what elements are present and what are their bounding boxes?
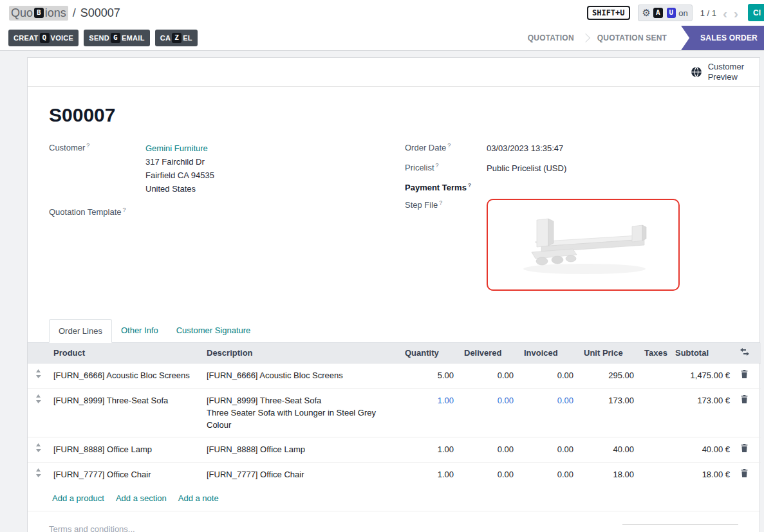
table-row: [FURN_6666] Acoustic Bloc Screens [FURN_…	[28, 363, 761, 389]
delete-row-icon[interactable]	[740, 443, 749, 456]
cell-description[interactable]: [FURN_7777] Office Chair	[201, 463, 400, 488]
action-menu-button[interactable]: ⚙ A U on	[638, 5, 693, 21]
help-icon: ?	[123, 206, 126, 213]
cell-invoiced[interactable]: 0.00	[519, 463, 579, 488]
customer-preview-button[interactable]: Customer Preview	[691, 62, 744, 82]
customer-address-line: Fairfield CA 94535	[145, 169, 214, 182]
field-quotation-template: Quotation Template?	[49, 206, 405, 217]
field-customer: Customer? Gemini Furniture 317 Fairchild…	[49, 142, 405, 196]
cell-quantity[interactable]: 1.00	[400, 437, 459, 463]
col-taxes[interactable]: Taxes	[639, 343, 670, 363]
table-row: [FURN_8888] Office Lamp [FURN_8888] Offi…	[28, 437, 761, 463]
pricelist-value[interactable]: Public Pricelist (USD)	[487, 161, 566, 175]
add-product-link[interactable]: Add a product	[52, 493, 104, 503]
breadcrumb-quotations[interactable]: QuoBions	[9, 6, 68, 21]
stage-quotation[interactable]: QUOTATION	[517, 26, 584, 50]
cell-taxes[interactable]	[639, 389, 670, 437]
breadcrumb-quotations-pre: Quo	[11, 6, 33, 20]
customer-link[interactable]: Gemini Furniture	[145, 142, 214, 155]
customer-value: Gemini Furniture 317 Fairchild Dr Fairfi…	[145, 142, 214, 196]
col-delivered[interactable]: Delivered	[459, 343, 519, 363]
cell-quantity[interactable]: 1.00	[400, 389, 459, 437]
cell-product[interactable]: [FURN_8888] Office Lamp	[48, 437, 201, 463]
field-payment-terms: Payment Terms?	[405, 181, 738, 192]
cell-delivered[interactable]: 0.00	[459, 437, 519, 463]
cell-unit-price[interactable]: 18.00	[579, 463, 639, 488]
create-invoice-label-pre: CREAT	[14, 34, 39, 42]
pager-prev-icon[interactable]: ‹	[723, 6, 727, 20]
delete-row-icon[interactable]	[740, 468, 749, 481]
cell-description[interactable]: [FURN_8999] Three-Seat Sofa Three Seater…	[201, 389, 400, 437]
delete-row-icon[interactable]	[740, 369, 749, 382]
page-title[interactable]: S00007	[49, 104, 738, 126]
cell-invoiced[interactable]: 0.00	[519, 437, 579, 463]
cell-invoiced[interactable]: 0.00	[519, 389, 579, 437]
cell-product[interactable]: [FURN_8999] Three-Seat Sofa	[48, 389, 201, 437]
create-invoice-button[interactable]: CREAT Q VOICE	[8, 30, 79, 46]
gear-icon: ⚙	[642, 7, 651, 19]
tab-other-info[interactable]: Other Info	[112, 319, 167, 342]
drag-handle-icon[interactable]	[35, 394, 41, 407]
pager-next-icon[interactable]: ›	[734, 6, 738, 20]
customer-label: Customer?	[49, 142, 145, 152]
cell-quantity[interactable]: 1.00	[400, 463, 459, 488]
cell-product[interactable]: [FURN_7777] Office Chair	[48, 463, 201, 488]
cell-delivered[interactable]: 0.00	[459, 389, 519, 437]
cell-unit-price[interactable]: 40.00	[579, 437, 639, 463]
terms-placeholder[interactable]: Terms and conditions...	[49, 524, 135, 532]
tab-customer-signature[interactable]: Customer Signature	[167, 319, 260, 342]
delete-row-icon[interactable]	[740, 394, 749, 407]
cancel-button[interactable]: CA Z EL	[155, 30, 198, 46]
col-quantity[interactable]: Quantity	[400, 343, 459, 363]
globe-icon	[691, 66, 702, 78]
col-product[interactable]: Product	[48, 343, 201, 363]
status-bar: QUOTATION QUOTATION SENT SALES ORDER	[517, 26, 764, 50]
cell-invoiced[interactable]: 0.00	[519, 363, 579, 389]
form-sheet: Customer Preview S00007 Customer? Gemini…	[27, 57, 760, 532]
cell-unit-price[interactable]: 173.00	[579, 389, 639, 437]
corner-button[interactable]: Cl	[748, 4, 764, 21]
step-file-3d-render	[506, 210, 660, 280]
breadcrumb-quotations-post: ions	[45, 6, 66, 20]
col-description[interactable]: Description	[201, 343, 400, 363]
payment-terms-label: Payment Terms?	[405, 181, 487, 192]
stage-sales-order[interactable]: SALES ORDER	[681, 26, 764, 50]
cell-unit-price[interactable]: 295.00	[579, 363, 639, 389]
send-email-button[interactable]: SEND G EMAIL	[84, 30, 149, 46]
breadcrumb-current: S00007	[80, 6, 120, 20]
add-section-link[interactable]: Add a section	[116, 493, 167, 503]
cell-taxes[interactable]	[639, 463, 670, 488]
cell-taxes[interactable]	[639, 363, 670, 389]
customer-address-line: 317 Fairchild Dr	[145, 155, 214, 169]
cell-subtotal: 18.00 €	[670, 463, 735, 488]
drag-handle-icon[interactable]	[35, 468, 41, 481]
col-invoiced[interactable]: Invoiced	[519, 343, 579, 363]
cell-taxes[interactable]	[639, 437, 670, 463]
cell-delivered[interactable]: 0.00	[459, 363, 519, 389]
table-header-row: Product Description Quantity Delivered I…	[28, 343, 761, 363]
cell-quantity[interactable]: 5.00	[400, 363, 459, 389]
optional-columns-icon[interactable]	[740, 348, 749, 358]
step-file-image[interactable]	[487, 199, 680, 291]
drag-handle-icon[interactable]	[35, 443, 41, 455]
help-icon: ?	[439, 199, 442, 206]
col-unit-price[interactable]: Unit Price	[579, 343, 639, 363]
col-subtotal[interactable]: Subtotal	[670, 343, 735, 363]
cell-product[interactable]: [FURN_6666] Acoustic Bloc Screens	[48, 363, 201, 389]
cell-delivered[interactable]: 0.00	[459, 463, 519, 488]
cell-description[interactable]: [FURN_6666] Acoustic Bloc Screens	[201, 363, 400, 389]
field-pricelist: Pricelist? Public Pricelist (USD)	[405, 161, 738, 175]
shortcut-badge-g: G	[111, 33, 120, 43]
stage-quotation-sent[interactable]: QUOTATION SENT	[587, 26, 677, 50]
breadcrumb: QuoBions / S00007	[9, 6, 120, 21]
help-icon: ?	[86, 142, 89, 149]
cell-description[interactable]: [FURN_8888] Office Lamp	[201, 437, 400, 463]
summary-section: Terms and conditions... Total: 1,706.00 …	[28, 511, 759, 532]
customer-address-line: United States	[145, 182, 214, 196]
send-email-label-pre: SEND	[89, 34, 109, 42]
tab-order-lines[interactable]: Order Lines	[49, 319, 112, 343]
add-note-link[interactable]: Add a note	[178, 493, 219, 503]
drag-handle-icon[interactable]	[35, 369, 41, 381]
order-lines-table: Product Description Quantity Delivered I…	[28, 343, 761, 487]
order-date-value[interactable]: 03/03/2023 13:35:47	[487, 142, 563, 155]
